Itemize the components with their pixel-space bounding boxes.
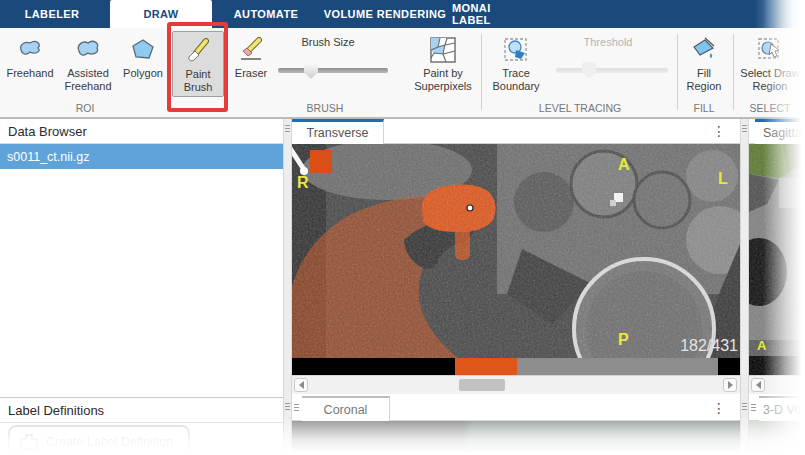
assisted-freehand-label: Assisted Freehand xyxy=(57,67,119,93)
freehand-button[interactable]: Freehand xyxy=(3,31,57,80)
coronal-tab[interactable]: Coronal xyxy=(302,396,390,421)
polygon-icon xyxy=(128,35,158,65)
scrollbar-thumb[interactable] xyxy=(459,379,505,391)
brush-color-swatch xyxy=(310,150,332,173)
data-browser-title: Data Browser xyxy=(8,124,87,139)
paint-brush-icon xyxy=(183,36,213,66)
select-draw-region-button[interactable]: Select Draw Region xyxy=(738,31,802,93)
panel-menu-icon[interactable]: ⋮ xyxy=(712,399,726,417)
paint-brush-button[interactable]: Paint Brush xyxy=(172,31,224,97)
marker-anterior: A xyxy=(618,156,630,173)
section-separator xyxy=(481,34,482,110)
ribbon-tabbar: LABELER DRAW AUTOMATE VOLUME RENDERING M… xyxy=(0,0,805,28)
select-section-label: SELECT xyxy=(738,102,802,114)
superpixels-icon xyxy=(428,35,458,65)
polygon-button[interactable]: Polygon xyxy=(119,31,167,80)
coronal-slice-image[interactable] xyxy=(292,421,740,455)
transverse-tab[interactable]: Transverse xyxy=(292,119,384,144)
freehand-icon xyxy=(15,35,45,65)
vertical-splitter[interactable] xyxy=(740,119,749,455)
brush-size-slider-thumb[interactable] xyxy=(304,62,318,79)
plus-tab-icon xyxy=(20,434,38,450)
marker-right: R xyxy=(297,174,309,191)
trace-boundary-button[interactable]: Trace Boundary xyxy=(487,31,545,93)
volume-tab[interactable]: 3-D Volume xyxy=(759,396,805,421)
splitter-grip-icon xyxy=(742,403,747,412)
label-definitions-title: Label Definitions xyxy=(8,403,104,418)
trace-boundary-label: Trace Boundary xyxy=(487,67,545,93)
fill-region-icon xyxy=(689,35,719,65)
roi-section-label: ROI xyxy=(30,102,140,114)
sagittal-panel: Sagittal A 3-D Volume xyxy=(749,119,805,455)
slice-counter: 182/431 xyxy=(680,337,738,354)
fill-region-button[interactable]: Fill Region xyxy=(681,31,727,93)
tab-draw[interactable]: DRAW xyxy=(110,0,212,28)
label-definitions-header: Label Definitions xyxy=(0,397,283,423)
sagittal-hscrollbar[interactable] xyxy=(749,375,805,394)
tab-labeler[interactable]: LABELER xyxy=(12,0,92,28)
paint-by-superpixels-label: Paint by Superpixels xyxy=(410,67,476,93)
splitter-grip-icon xyxy=(285,403,290,412)
splitter-grip-icon xyxy=(742,125,747,134)
slice-range-bar[interactable] xyxy=(292,358,740,375)
create-label-definition-button[interactable]: Create Label Definition xyxy=(8,425,190,455)
threshold-slider xyxy=(556,68,668,73)
tab-monai-label[interactable]: MONAI LABEL xyxy=(452,0,522,28)
paint-by-superpixels-button[interactable]: Paint by Superpixels xyxy=(410,31,476,93)
brush-size-label: Brush Size xyxy=(288,36,368,48)
transverse-tabstrip: Transverse ⋮ xyxy=(292,119,740,144)
polygon-label: Polygon xyxy=(123,67,163,80)
freehand-label: Freehand xyxy=(6,67,53,80)
section-separator xyxy=(167,34,168,110)
trace-boundary-icon xyxy=(501,35,531,65)
data-browser-selected-file[interactable]: s0011_ct.nii.gz xyxy=(0,144,283,169)
section-separator xyxy=(733,34,734,110)
volume-view-image[interactable] xyxy=(749,421,805,455)
sagittal-slice-image[interactable]: A xyxy=(749,144,805,375)
level-tracing-section-label: LEVEL TRACING xyxy=(520,102,640,114)
volume-panel: 3-D Volume xyxy=(749,396,805,455)
transverse-panel: Transverse ⋮ xyxy=(292,119,740,455)
fill-region-label: Fill Region xyxy=(681,67,727,93)
data-browser-header: Data Browser xyxy=(0,119,283,144)
sagittal-tabstrip: Sagittal xyxy=(749,119,805,144)
brush-size-slider[interactable] xyxy=(278,68,388,73)
sagittal-tab[interactable]: Sagittal xyxy=(755,119,805,144)
brush-section-label: BRUSH xyxy=(270,102,380,114)
panel-menu-icon[interactable]: ⋮ xyxy=(712,122,726,140)
labeled-slices-range xyxy=(455,358,517,375)
arrow-left-icon xyxy=(299,381,304,389)
fill-section-label: FILL xyxy=(681,102,727,114)
transverse-slice-image[interactable]: R A L P 182/431 xyxy=(292,144,740,358)
eraser-button[interactable]: Eraser xyxy=(228,31,274,80)
select-draw-region-label: Select Draw Region xyxy=(738,67,802,93)
scroll-left-button[interactable] xyxy=(294,378,308,392)
assisted-freehand-icon xyxy=(73,35,103,65)
scroll-right-button[interactable] xyxy=(723,378,737,392)
medical-image-labeler-app: LABELER DRAW AUTOMATE VOLUME RENDERING M… xyxy=(0,0,805,455)
create-label-definition-label: Create Label Definition xyxy=(46,435,173,449)
threshold-slider-thumb xyxy=(582,62,596,79)
transverse-hscrollbar[interactable] xyxy=(292,375,740,394)
vertical-splitter[interactable] xyxy=(283,119,292,455)
eraser-label: Eraser xyxy=(235,67,267,80)
tab-volume-rendering[interactable]: VOLUME RENDERING xyxy=(318,0,452,28)
paint-brush-label: Paint Brush xyxy=(173,68,223,94)
section-separator xyxy=(677,34,678,110)
left-panel: Data Browser s0011_ct.nii.gz Label Defin… xyxy=(0,119,283,455)
coronal-panel: Coronal ⋮ xyxy=(292,396,740,455)
arrow-right-icon xyxy=(728,381,733,389)
select-draw-region-icon xyxy=(755,35,785,65)
assisted-freehand-button[interactable]: Assisted Freehand xyxy=(57,31,119,93)
scroll-left-button[interactable] xyxy=(751,378,765,392)
marker-posterior: P xyxy=(618,331,629,348)
slice-range-track xyxy=(517,358,718,375)
marker-anterior: A xyxy=(757,338,767,353)
tab-automate[interactable]: AUTOMATE xyxy=(224,0,308,28)
splitter-grip-icon xyxy=(294,404,299,413)
arrow-left-icon xyxy=(756,381,761,389)
splitter-grip-icon xyxy=(285,125,290,134)
threshold-label: Threshold xyxy=(568,36,648,48)
coronal-tabstrip: Coronal ⋮ xyxy=(292,396,740,421)
ribbon-toolbar: Freehand Assisted Freehand Polygon ROI xyxy=(0,28,805,118)
